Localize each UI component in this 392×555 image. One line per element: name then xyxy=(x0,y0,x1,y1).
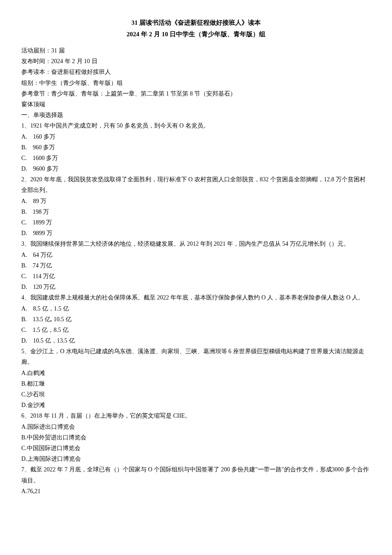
meta-line: 参考读本：奋进新征程做好接班人 xyxy=(21,67,371,77)
option: D. 120 万亿 xyxy=(21,282,371,292)
option: A.白鹤滩 xyxy=(21,368,371,378)
question-7: 7、截至 2022 年 7 月底，全球已有（）个国家与 O 个国际组织与中国签署… xyxy=(21,464,371,497)
meta-line: 组别：中学生（青少年版、青年版）组 xyxy=(21,78,371,88)
option: B. 960 多万 xyxy=(21,142,371,153)
meta-line: 发布时间：2024 年 2 月 10 日 xyxy=(21,56,371,67)
option: B.都江堰 xyxy=(21,378,371,389)
question-prompt: 1、1921 年中国共产党成立时，只有 50 多名党员，到今天有 O 名党员。 xyxy=(21,120,371,131)
option: D.上海国际进口博览会 xyxy=(21,453,371,464)
option: A. 89 万 xyxy=(21,196,371,206)
meta-block: 活动届别：31 届 发布时间：2024 年 2 月 10 日 参考读本：奋进新征… xyxy=(21,45,371,110)
option: C. 114 万亿 xyxy=(21,271,371,282)
option: C.中国国际进口博览会 xyxy=(21,443,371,453)
question-prompt: 2、2020 年年底，我国脱贫攻坚战取得了全面胜利，现行标准下 O 农村贫困人口… xyxy=(21,174,371,195)
question-5: 5、金沙江上，O 水电站与已建成的乌东德、溪洛渡、向家坝、三峡、葛洲坝等 6 座… xyxy=(21,346,371,410)
option: B. 13.5 亿, 10.5 亿 xyxy=(21,314,371,325)
meta-line: 参考章节：青少年版、青年版：上篇第一章、第二章第 1 节至第 8 节（安邦基石） xyxy=(21,88,371,99)
title-line-1: 31 届读书活动《奋进新征程做好接班人》读本 xyxy=(21,17,371,29)
option: B.中国外贸进出口博览会 xyxy=(21,432,371,443)
option: C. 1899 万 xyxy=(21,217,371,228)
option: A. 8.5 亿，1.5 亿 xyxy=(21,303,371,314)
option: C.沙石坝 xyxy=(21,389,371,400)
question-3: 3、我国继续保持世界第二大经济体的地位，经济稳健发展。从 2012 年到 202… xyxy=(21,238,371,292)
option: D.金沙滩 xyxy=(21,400,371,410)
option: D. 10.5 亿，13.5 亿 xyxy=(21,335,371,346)
title-line-2: 2024 年 2 月 10 日中学生（青少年版、青年版）组 xyxy=(21,29,371,40)
question-1: 1、1921 年中国共产党成立时，只有 50 多名党员，到今天有 O 名党员。 … xyxy=(21,120,371,174)
title-block: 31 届读书活动《奋进新征程做好接班人》读本 2024 年 2 月 10 日中学… xyxy=(21,17,371,40)
option: D. 9600 多万 xyxy=(21,163,371,174)
option: B. 74 万亿 xyxy=(21,260,371,271)
question-prompt: 3、我国继续保持世界第二大经济体的地位，经济稳健发展。从 2012 年到 202… xyxy=(21,238,371,249)
question-prompt: 6、2018 年 11 月，首届（）在上海举办，它的英文缩写是 CIIE。 xyxy=(21,410,371,421)
question-prompt: 5、金沙江上，O 水电站与已建成的乌东德、溪洛渡、向家坝、三峡、葛洲坝等 6 座… xyxy=(21,346,371,367)
meta-line: 窗体顶端 xyxy=(21,99,371,110)
option: C. 1.5 亿，8.5 亿 xyxy=(21,325,371,335)
question-2: 2、2020 年年底，我国脱贫攻坚战取得了全面胜利，现行标准下 O 农村贫困人口… xyxy=(21,174,371,238)
option: A. 64 万亿 xyxy=(21,250,371,260)
question-6: 6、2018 年 11 月，首届（）在上海举办，它的英文缩写是 CIIE。 A.… xyxy=(21,410,371,464)
section-header: 一、单项选择题 xyxy=(21,110,371,120)
option: A.76,21 xyxy=(21,486,371,497)
option: C. 1600 多万 xyxy=(21,153,371,163)
question-prompt: 4、我国建成世界上规模最大的社会保障体系。截至 2022 年年底，基本医疗保险参… xyxy=(21,292,371,303)
option: B. 198 万 xyxy=(21,206,371,217)
question-prompt: 7、截至 2022 年 7 月底，全球已有（）个国家与 O 个国际组织与中国签署… xyxy=(21,464,371,485)
option: D. 9899 万 xyxy=(21,228,371,238)
question-4: 4、我国建成世界上规模最大的社会保障体系。截至 2022 年年底，基本医疗保险参… xyxy=(21,292,371,346)
option: A.国际进出口博览会 xyxy=(21,421,371,432)
option: A. 160 多万 xyxy=(21,131,371,142)
meta-line: 活动届别：31 届 xyxy=(21,45,371,56)
